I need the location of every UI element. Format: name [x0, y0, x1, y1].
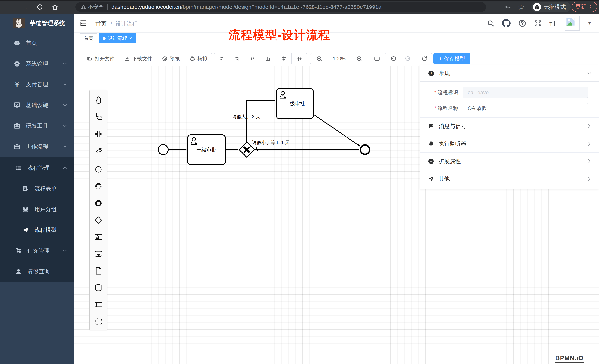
- sidebar: 芋道管理系统 首页 系统管理 ¥ 支付管理 基础设施: [0, 14, 74, 364]
- flow-gateway-to-task2[interactable]: [247, 101, 275, 142]
- section-execution-listener[interactable]: 执行监听器: [421, 135, 599, 152]
- tag-view-bar: 首页 设计流程 ×: [74, 33, 599, 44]
- chevron-down-icon: [62, 123, 67, 128]
- zoom-out-icon: [316, 56, 322, 62]
- bookmark-star-icon[interactable]: ☆: [517, 2, 526, 12]
- user-task-level2[interactable]: 二级审批: [276, 88, 313, 119]
- flow-label-le1day[interactable]: 请假小于等于 1 天: [252, 140, 290, 145]
- password-key-icon[interactable]: [503, 2, 512, 12]
- save-model-button[interactable]: + 保存模型: [433, 53, 470, 64]
- align-left-button[interactable]: [214, 53, 229, 64]
- sidebar-collapse-icon[interactable]: [79, 19, 88, 27]
- flow-task2-to-end[interactable]: [314, 115, 360, 146]
- chevron-down-icon: [587, 71, 592, 76]
- sidebar-item-process-model[interactable]: 流程模型: [0, 220, 74, 240]
- align-center-horizontal-button[interactable]: [276, 53, 291, 64]
- search-icon[interactable]: [487, 20, 494, 27]
- form-edit-icon: [22, 185, 29, 192]
- align-center-vertical-button[interactable]: [291, 53, 307, 64]
- restart-button[interactable]: [416, 53, 432, 64]
- tab-close-icon[interactable]: ×: [129, 35, 132, 41]
- general-section-title: 常规: [439, 69, 583, 77]
- font-size-icon[interactable]: TT: [549, 19, 557, 27]
- sidebar-item-system[interactable]: 系统管理: [0, 53, 74, 74]
- app-logo-row[interactable]: 芋道管理系统: [0, 14, 74, 33]
- zoom-out-button[interactable]: [310, 53, 328, 64]
- sidebar-item-workflow[interactable]: 工作流程: [0, 136, 74, 157]
- incognito-badge: 无痕模式: [531, 2, 571, 12]
- broken-image-icon: [566, 17, 575, 26]
- url-path: /bpm/manager/model/design?modelId=e4a1a1…: [181, 4, 381, 10]
- not-secure-warning[interactable]: 不安全: [81, 3, 104, 10]
- align-bottom-button[interactable]: [260, 53, 276, 64]
- flow-label-gt3days[interactable]: 请假大于 3 天: [232, 114, 260, 119]
- browser-menu-dots-icon[interactable]: ⋮: [588, 4, 593, 10]
- undo-button[interactable]: [385, 53, 401, 64]
- tab-home[interactable]: 首页: [80, 34, 97, 43]
- zoom-in-button[interactable]: [350, 53, 368, 64]
- start-event[interactable]: [158, 145, 168, 155]
- save-model-label: 保存模型: [444, 55, 465, 62]
- sidebar-item-devtools[interactable]: 研发工具: [0, 116, 74, 136]
- fullscreen-icon[interactable]: [534, 19, 542, 27]
- avatar-caret-icon[interactable]: ▼: [588, 21, 592, 26]
- help-icon[interactable]: [518, 19, 526, 27]
- avatar[interactable]: [564, 16, 580, 31]
- sidebar-item-label: 工作流程: [26, 143, 62, 150]
- section-label: 执行监听器: [439, 140, 582, 148]
- simulate-button[interactable]: 模拟: [185, 53, 212, 64]
- redo-button[interactable]: [401, 53, 416, 64]
- align-right-button[interactable]: [229, 53, 245, 64]
- section-message-signal[interactable]: 消息与信号: [421, 117, 599, 135]
- back-icon[interactable]: ←: [6, 2, 15, 12]
- end-event[interactable]: [360, 145, 370, 154]
- section-label: 其他: [439, 175, 582, 183]
- zoom-reset-button[interactable]: [368, 53, 386, 64]
- task1-label: 一级审批: [196, 147, 216, 153]
- section-extended-properties[interactable]: 扩展属性: [421, 152, 599, 170]
- breadcrumb-home[interactable]: 首页: [96, 20, 106, 28]
- sidebar-item-user-group[interactable]: 用户分组: [0, 199, 74, 220]
- sidebar-item-task-mgmt[interactable]: 任务管理: [0, 240, 74, 261]
- download-file-button[interactable]: 下载文件: [120, 53, 157, 64]
- home-icon[interactable]: [50, 2, 60, 12]
- security-label: 不安全: [88, 3, 104, 10]
- align-top-button[interactable]: [245, 53, 260, 64]
- preview-button[interactable]: 预览: [157, 53, 185, 64]
- zoom-level-value: 100%: [333, 56, 345, 62]
- incognito-icon: [533, 3, 541, 11]
- process-key-field-row: *流程标识: [421, 87, 599, 99]
- reload-icon[interactable]: [35, 2, 44, 12]
- breadcrumb-current: 设计流程: [115, 20, 138, 28]
- chevron-right-icon: [587, 124, 592, 129]
- incognito-label: 无痕模式: [544, 3, 566, 11]
- sidebar-item-process-mgmt[interactable]: 流程管理: [0, 158, 74, 178]
- open-file-button[interactable]: 打开文件: [82, 53, 120, 64]
- process-name-field-row: *流程名称: [421, 102, 599, 114]
- zoom-level-display: 100%: [328, 53, 350, 64]
- process-key-input[interactable]: [463, 87, 588, 98]
- tab-design-process[interactable]: 设计流程 ×: [99, 34, 136, 43]
- bpmn-canvas[interactable]: 一级审批 二级审批 请假大于 3 天: [74, 66, 599, 364]
- general-section-header[interactable]: i 常规: [421, 65, 599, 82]
- tree-icon: [15, 247, 22, 254]
- bpmn-io-watermark[interactable]: BPMN.iO: [555, 354, 584, 363]
- tab-label: 设计流程: [108, 35, 127, 42]
- sidebar-item-process-form[interactable]: 流程表单: [0, 178, 74, 199]
- sidebar-item-leave-query[interactable]: 请假查询: [0, 261, 74, 282]
- sidebar-item-payment[interactable]: ¥ 支付管理: [0, 74, 74, 95]
- dashboard-icon: [13, 39, 21, 47]
- chevron-right-icon: [587, 159, 592, 164]
- user-task-level1[interactable]: 一级审批: [188, 135, 225, 165]
- sidebar-item-home[interactable]: 首页: [0, 33, 74, 53]
- github-icon[interactable]: [502, 19, 511, 27]
- required-asterisk: *: [434, 105, 436, 111]
- zoom-in-icon: [356, 56, 362, 62]
- sidebar-item-infra[interactable]: 基础设施: [0, 95, 74, 116]
- forward-icon[interactable]: →: [20, 2, 30, 12]
- list-icon: [15, 164, 22, 172]
- url-bar[interactable]: 不安全 dashboard.yudao.iocoder.cn/bpm/manag…: [75, 2, 486, 12]
- process-name-input[interactable]: [463, 102, 588, 114]
- section-other[interactable]: 其他: [421, 170, 599, 187]
- update-button[interactable]: 更新 ⋮: [572, 2, 597, 12]
